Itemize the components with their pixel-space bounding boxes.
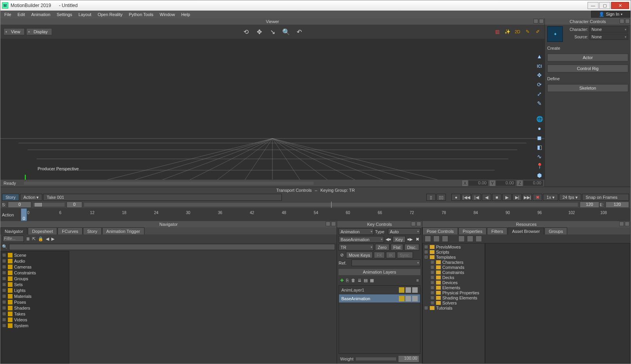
record-button[interactable]: ● [451, 194, 461, 201]
curve-tool-icon[interactable]: ∿ [536, 153, 543, 160]
poly-tool-icon[interactable]: ⬢ [536, 172, 543, 179]
weight-input[interactable]: 100.00 [398, 356, 419, 362]
asset-node-physical-properties[interactable]: ⊞Physical Properties [423, 290, 485, 295]
asset-node-characters[interactable]: ⊞Characters [423, 259, 485, 265]
key-button[interactable]: Key [393, 236, 406, 243]
paint-icon[interactable]: ✐ [534, 28, 541, 35]
asset-node-templates[interactable]: ⊟Templates [423, 254, 485, 259]
coord-z-value[interactable]: 0.00 [523, 180, 543, 186]
sync-button[interactable]: Sync. [397, 252, 413, 258]
res-tab-filters[interactable]: Filters [487, 227, 507, 234]
panel-close-icon[interactable] [625, 222, 629, 226]
next-icon[interactable]: ▶ [51, 236, 54, 241]
tree-node-system[interactable]: ⊞System [1, 323, 69, 328]
asset-node-tutorials[interactable]: ⊞Tutorials [423, 305, 485, 310]
tree-node-groups[interactable]: ⊞Groups [1, 276, 69, 281]
move-tool-icon[interactable]: ✥ [536, 72, 543, 79]
asset-node-elements[interactable]: ⊞Elements [423, 285, 485, 290]
coord-x-value[interactable]: 0.00 [469, 180, 488, 186]
view-list-icon[interactable] [458, 236, 465, 242]
select-arrow-icon[interactable]: ⇱ [32, 236, 36, 241]
fk-button[interactable]: FK [374, 252, 385, 258]
range-start-input[interactable]: 0 [8, 202, 31, 208]
play-back-button[interactable]: ◀ [482, 194, 491, 201]
pin-tool-icon[interactable]: 📍 [536, 162, 543, 169]
zoom-icon[interactable]: 🔍 [282, 27, 290, 36]
play-button[interactable]: ▶ [502, 194, 512, 201]
menu-file[interactable]: File [4, 12, 11, 17]
ref-dropdown[interactable] [352, 259, 420, 266]
anim-layers-list[interactable]: AnimLayer1BaseAnimation [339, 285, 420, 354]
orbit-icon[interactable]: ⟲ [242, 27, 251, 36]
display-dropdown[interactable]: Display [26, 28, 52, 35]
dolly-icon[interactable]: ↘ [269, 27, 277, 36]
status-slider[interactable] [24, 182, 314, 185]
menu-open-reality[interactable]: Open Reality [97, 12, 123, 17]
link-icon[interactable]: ⊘ [339, 252, 345, 258]
pan-icon[interactable]: ✥ [255, 27, 264, 36]
tree-node-lights[interactable]: ⊞Lights [1, 287, 69, 293]
tree-node-sets[interactable]: ⊞Sets [1, 281, 69, 287]
panel-pop-icon[interactable] [411, 222, 416, 226]
stop-button[interactable]: ■ [492, 194, 501, 201]
cube-tool-icon[interactable]: ◼ [536, 134, 543, 141]
flat-button[interactable]: Flat [391, 244, 403, 250]
mode-2d-button[interactable]: 2D [514, 28, 521, 35]
prev-key-button[interactable]: |◀ [472, 194, 481, 201]
nav-tab-story[interactable]: Story [83, 227, 102, 234]
res-tab-pose-controls[interactable]: Pose Controls [422, 227, 458, 234]
asset-node-constraints[interactable]: ⊞Constraints [423, 270, 485, 275]
duplicate-layer-icon[interactable]: ⎘ [346, 278, 349, 283]
res-tab-asset-browser[interactable]: Asset Browser [508, 227, 544, 234]
panel-close-icon[interactable] [416, 222, 421, 226]
tree-node-audio[interactable]: ⊞Audio [1, 258, 69, 264]
layer-dropdown[interactable]: BaseAnimation [339, 236, 384, 243]
prev-key-icon[interactable]: ◀● [385, 236, 391, 243]
panel-pop-icon[interactable] [620, 19, 624, 23]
view-tree-icon[interactable] [425, 236, 431, 242]
view-grid-icon[interactable] [467, 236, 473, 242]
layer-options-icon[interactable]: ≡ [416, 278, 419, 283]
asset-node-commands[interactable]: ⊞Commands [423, 265, 485, 270]
brush-icon[interactable]: ✎ [524, 28, 531, 35]
disc-button[interactable]: Disc. [404, 244, 419, 250]
fps-dropdown[interactable]: 24 fps ▾ [559, 194, 581, 201]
scale-tool-icon[interactable]: ⤢ [536, 90, 543, 97]
tree-node-scene[interactable]: ⊞Scene [1, 252, 69, 258]
panel-pop-icon[interactable] [619, 222, 624, 226]
prev-icon[interactable]: ◀ [46, 236, 49, 241]
view-full-icon[interactable] [442, 236, 448, 242]
asset-node-scripts[interactable]: ⊞Scripts [423, 249, 485, 254]
face-tool-icon[interactable]: ◧ [536, 144, 543, 151]
globe-tool-icon[interactable]: 🌐 [536, 115, 543, 123]
merge-layer-icon[interactable]: ⇊ [358, 278, 361, 283]
asset-tree[interactable]: ⊞PrevisMoves⊞Scripts⊟Templates⊞Character… [422, 243, 485, 364]
view-details-icon[interactable] [476, 236, 482, 242]
lasso-tool-icon[interactable]: ιcι [536, 62, 543, 69]
undo-view-icon[interactable]: ↶ [295, 27, 304, 36]
anim-layer-animlayer1[interactable]: AnimLayer1 [339, 286, 420, 294]
menu-animation[interactable]: Animation [31, 12, 50, 17]
take-dropdown[interactable]: Take 001 [43, 194, 282, 201]
animation-dropdown[interactable]: Animation [339, 228, 374, 235]
snap-dropdown[interactable]: Snap on Frames [582, 194, 629, 201]
res-tab-groups[interactable]: Groups [544, 227, 567, 234]
panel-close-icon[interactable] [331, 222, 336, 226]
story-tab[interactable]: Story [2, 194, 19, 201]
panel-close-icon[interactable] [625, 19, 630, 23]
timeline-ruler[interactable]: Action 0 0612182430364248546066727884909… [0, 208, 631, 221]
tree-node-poses[interactable]: ⊞Poses [1, 299, 69, 305]
loop-single-icon[interactable]: ▯ [426, 194, 436, 201]
select-tool-icon[interactable]: ▲ [536, 53, 543, 60]
add-layer-icon[interactable]: ✚ [340, 278, 344, 283]
sphere-tool-icon[interactable]: ● [536, 125, 543, 132]
asset-node-devices[interactable]: ⊞Devices [423, 280, 485, 285]
res-tab-properties[interactable]: Properties [458, 227, 487, 234]
asset-node-shading-elements[interactable]: ⊞Shading Elements [423, 295, 485, 300]
weight-slider[interactable] [356, 357, 396, 360]
actor-button[interactable]: Actor [547, 54, 628, 61]
delete-key-icon[interactable]: ✖ [533, 194, 542, 201]
menu-help[interactable]: Help [181, 12, 190, 17]
asset-node-prevismoves[interactable]: ⊞PrevisMoves [423, 244, 485, 249]
menu-window[interactable]: Window [160, 12, 175, 17]
